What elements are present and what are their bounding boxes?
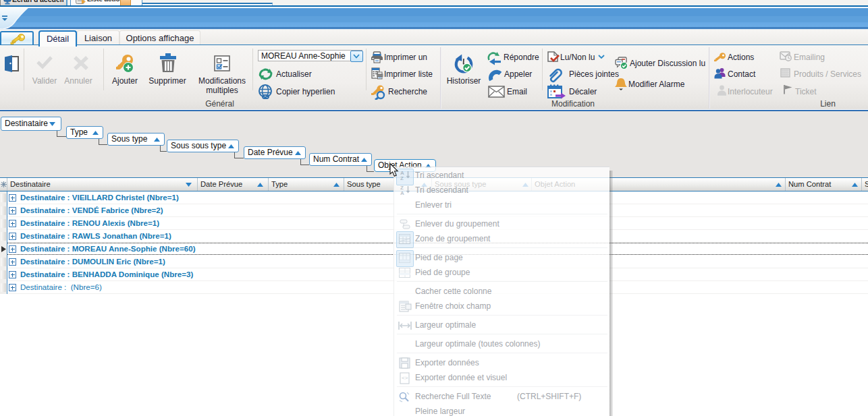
svg-text:<>: <> (402, 375, 408, 381)
svg-text:A: A (400, 190, 404, 196)
svg-text:Z: Z (400, 175, 404, 181)
